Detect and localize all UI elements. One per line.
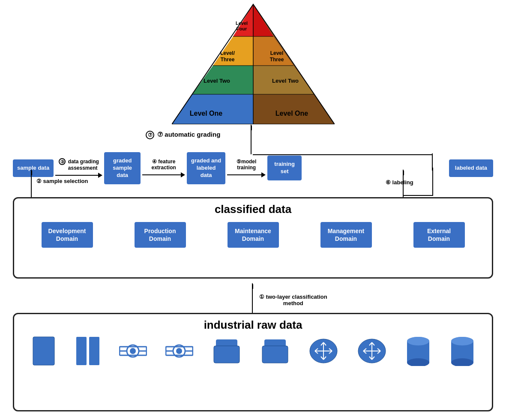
- step1-label: ① two-layer classificationmethod: [259, 294, 327, 306]
- svg-point-47: [130, 348, 136, 354]
- step2-arrow-svg: [31, 169, 32, 199]
- step4-label: ④ featureextraction: [151, 159, 176, 171]
- raw-icon-9: [405, 336, 431, 366]
- svg-rect-55: [214, 346, 240, 363]
- raw-data-icons: [23, 336, 483, 366]
- sample-data-box: sample data: [13, 159, 54, 177]
- svg-text:Level Two: Level Two: [272, 78, 299, 84]
- step7-label: ⑦ ⑦ automatic grading: [146, 131, 220, 139]
- svg-text:Level: Level: [235, 21, 247, 26]
- external-domain: ExternalDomain: [413, 222, 465, 248]
- svg-point-52: [176, 348, 182, 354]
- arrow-to-pyramid: [251, 124, 252, 154]
- raw-icon-7: [308, 337, 338, 365]
- svg-rect-43: [76, 337, 87, 365]
- classified-data-box: classified data DevelopmentDomain Produc…: [13, 197, 493, 279]
- raw-icon-1: [31, 336, 57, 366]
- svg-point-88: [407, 337, 429, 345]
- svg-text:Three: Three: [269, 57, 284, 63]
- step5-label: ⑤modeltraining: [237, 159, 256, 171]
- step5-arrow: ⑤modeltraining: [227, 159, 266, 177]
- svg-point-92: [451, 337, 473, 345]
- classified-title: classified data: [23, 203, 483, 216]
- svg-text:Level: Level: [270, 50, 283, 56]
- raw-icon-8: [357, 337, 387, 365]
- h-connector-step6: [403, 195, 433, 196]
- raw-icon-10: [449, 336, 475, 366]
- raw-icon-4: [165, 336, 193, 366]
- svg-text:Four: Four: [236, 26, 247, 31]
- step6-label: ⑥ labeling: [386, 179, 413, 186]
- domain-row: DevelopmentDomain ProductionDomain Maint…: [23, 222, 483, 248]
- step2-label: ② sample selection: [36, 178, 88, 184]
- graded-labeled-box: graded andlabeleddata: [187, 152, 225, 184]
- labeled-data-v-line: [432, 168, 434, 195]
- step4-arrow: ④ featureextraction: [142, 159, 185, 177]
- maintenance-domain: MaintenanceDomain: [228, 222, 279, 248]
- svg-marker-36: [403, 169, 404, 175]
- management-domain: ManagementDomain: [320, 222, 372, 248]
- raw-icon-3: [119, 336, 147, 366]
- svg-rect-41: [33, 337, 54, 365]
- step3-arrow: ③ data gradingassessment: [55, 158, 102, 178]
- svg-text:Level One: Level One: [275, 110, 308, 117]
- svg-marker-40: [252, 283, 253, 289]
- svg-text:Three: Three: [220, 57, 234, 63]
- step1-arrow-svg: [252, 283, 253, 313]
- raw-title: industrial raw data: [23, 318, 483, 332]
- step7-number: ⑦: [146, 131, 154, 139]
- step3-label: ③ data gradingassessment: [59, 158, 99, 171]
- raw-icon-6: [260, 337, 290, 365]
- svg-text:Level One: Level One: [189, 110, 222, 117]
- svg-text:Level/: Level/: [220, 50, 235, 56]
- svg-rect-44: [89, 337, 99, 365]
- labeled-data-box: labeled data: [449, 159, 493, 177]
- svg-marker-7: [253, 94, 335, 124]
- raw-data-box: industrial raw data: [13, 313, 493, 411]
- production-domain: ProductionDomain: [135, 222, 186, 248]
- svg-marker-3: [172, 94, 253, 124]
- development-domain: DevelopmentDomain: [42, 222, 93, 248]
- graded-sample-box: gradedsampledata: [104, 152, 141, 184]
- svg-rect-58: [262, 346, 288, 363]
- svg-marker-34: [31, 169, 32, 175]
- pyramid-diagram: Level One Level Two Level/ Three Level F…: [172, 2, 335, 126]
- raw-icon-5: [212, 337, 242, 365]
- training-set-box: trainingset: [267, 156, 302, 180]
- svg-text:Level Two: Level Two: [204, 78, 230, 84]
- svg-marker-30: [251, 124, 252, 130]
- raw-icon-2: [75, 336, 101, 366]
